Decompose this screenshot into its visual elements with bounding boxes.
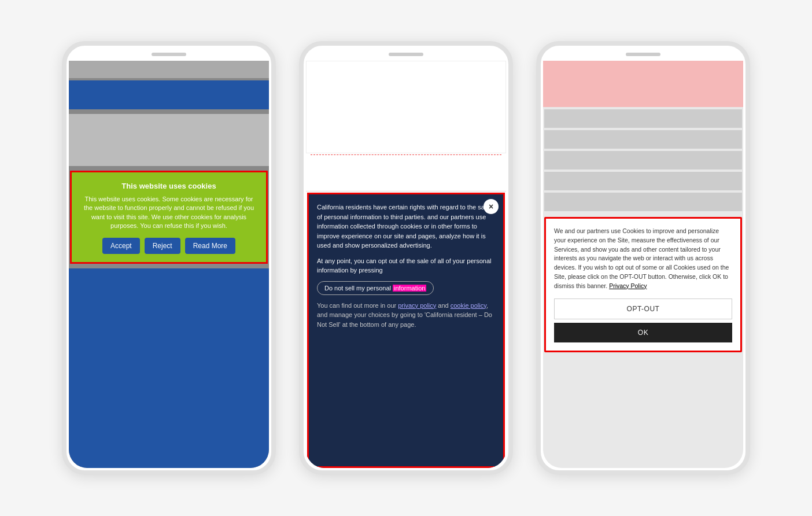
phone1-content: This website uses cookies This website u… bbox=[69, 61, 269, 468]
phone3-gray-block-4 bbox=[544, 172, 742, 190]
cookie-banner-1-buttons: Accept Reject Read More bbox=[80, 238, 258, 254]
cookie-banner-1: This website uses cookies This website u… bbox=[70, 171, 268, 264]
close-icon: × bbox=[489, 202, 493, 211]
privacy-policy-link-3[interactable]: Privacy Policy bbox=[609, 282, 647, 289]
cookie-banner-2-body1: California residents have certain rights… bbox=[317, 202, 495, 250]
phone3-gray-block-3 bbox=[544, 151, 742, 169]
close-button[interactable]: × bbox=[483, 199, 499, 214]
phone1-blue-bar bbox=[69, 80, 269, 109]
read-more-button[interactable]: Read More bbox=[185, 238, 235, 254]
phone2-white-block2 bbox=[306, 157, 506, 191]
cookie-banner-2-body2: At any point, you can opt out of the sal… bbox=[317, 256, 495, 275]
phone-3: We and our partners use Cookies to impro… bbox=[536, 41, 750, 475]
cookie-banner-1-title: This website uses cookies bbox=[80, 182, 258, 190]
phones-container: This website uses cookies This website u… bbox=[39, 18, 773, 498]
phone2-red-line bbox=[311, 154, 501, 156]
phone-2-screen: × California residents have certain righ… bbox=[306, 61, 506, 468]
phone1-gray-bar bbox=[69, 61, 269, 78]
phone3-pink-block bbox=[543, 61, 743, 107]
accept-button[interactable]: Accept bbox=[102, 238, 140, 254]
cookie-banner-1-body: This website uses cookies. Some cookies … bbox=[80, 195, 258, 231]
highlight-information: information bbox=[393, 285, 426, 292]
cookie-banner-2: × California residents have certain righ… bbox=[307, 193, 505, 468]
cookie-banner-3-body: We and our partners use Cookies to impro… bbox=[554, 227, 732, 290]
phone-1-screen: This website uses cookies This website u… bbox=[69, 61, 269, 468]
do-not-sell-button[interactable]: Do not sell my personal information bbox=[317, 281, 434, 295]
cookie-policy-link[interactable]: cookie policy bbox=[451, 302, 486, 309]
phone2-content: × California residents have certain righ… bbox=[306, 61, 506, 468]
ok-button[interactable]: OK bbox=[554, 323, 732, 342]
phone3-content: We and our partners use Cookies to impro… bbox=[543, 61, 743, 468]
phone1-gray-block bbox=[69, 114, 269, 166]
phone3-gray-block-5 bbox=[544, 193, 742, 211]
phone-3-screen: We and our partners use Cookies to impro… bbox=[543, 61, 743, 468]
phone-2: × California residents have certain righ… bbox=[299, 41, 513, 475]
privacy-policy-link[interactable]: privacy policy bbox=[398, 302, 436, 309]
cookie-banner-3: We and our partners use Cookies to impro… bbox=[544, 217, 742, 352]
reject-button[interactable]: Reject bbox=[145, 238, 180, 254]
phone2-white-block bbox=[306, 61, 506, 153]
phone3-gray-block-1 bbox=[544, 109, 742, 128]
cookie-banner-2-footer: You can find out more in our privacy pol… bbox=[317, 301, 495, 330]
phone-1: This website uses cookies This website u… bbox=[62, 41, 276, 475]
phone3-gray-block-2 bbox=[544, 130, 742, 149]
phone3-gray-blocks bbox=[543, 109, 743, 216]
paragraph2: At any point, you can opt out of the sal… bbox=[317, 257, 491, 274]
opt-out-button[interactable]: OPT-OUT bbox=[554, 298, 732, 319]
phone1-bottom-blue bbox=[69, 268, 269, 468]
